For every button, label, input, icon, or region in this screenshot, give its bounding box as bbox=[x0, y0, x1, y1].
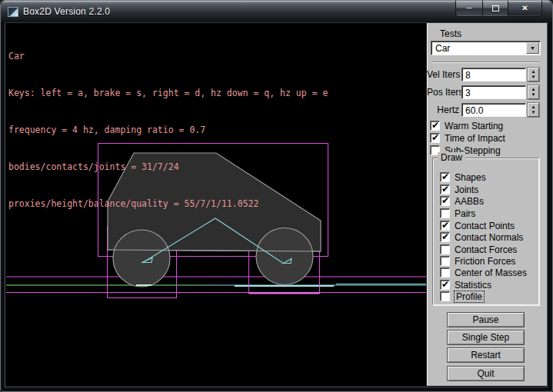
control-panel: Tests Car ▼ Vel Iters 8 ▲ ▼ Pos Iters 3 bbox=[426, 23, 547, 386]
pos-iters-spinner: Pos Iters 3 ▲ ▼ bbox=[427, 85, 548, 99]
checkbox-box[interactable]: ✔ bbox=[440, 280, 450, 290]
spinner-down-icon[interactable]: ▼ bbox=[528, 110, 538, 115]
checkbox-box[interactable] bbox=[440, 244, 450, 254]
pos-iters-label: Pos Iters bbox=[427, 87, 459, 98]
simulation-canvas[interactable]: Car Keys: left = a, brake = s, right = d… bbox=[5, 23, 426, 386]
checkbox-label: Warm Starting bbox=[445, 121, 503, 131]
checkbox-label: Joints bbox=[455, 184, 478, 195]
checkbox-box[interactable]: ✔ bbox=[430, 121, 440, 131]
stats-line-proxies: proxies/height/balance/quality = 55/7/1/… bbox=[8, 198, 328, 210]
maximize-button[interactable] bbox=[483, 1, 508, 17]
checkbox-box[interactable] bbox=[440, 267, 450, 277]
pos-iters-input[interactable]: 3 bbox=[461, 85, 526, 99]
checkbox-box[interactable]: ✔ bbox=[440, 172, 450, 182]
checkbox-label: Pairs bbox=[455, 208, 475, 219]
stats-overlay: Car Keys: left = a, brake = s, right = d… bbox=[8, 25, 328, 234]
checkbox-box[interactable]: ✔ bbox=[440, 184, 450, 194]
checkbox-box[interactable] bbox=[440, 291, 450, 301]
maximize-icon bbox=[492, 5, 499, 12]
vel-iters-input[interactable]: 8 bbox=[461, 68, 526, 81]
spinner-up-icon[interactable]: ▲ bbox=[528, 69, 538, 75]
checkbox-box[interactable] bbox=[440, 208, 450, 218]
app-icon bbox=[8, 7, 18, 17]
check-icon: ✔ bbox=[431, 132, 439, 143]
tests-dropdown-value: Car bbox=[435, 43, 450, 54]
vel-iters-spinner: Vel Iters 8 ▲ ▼ bbox=[427, 68, 548, 81]
chevron-down-icon: ▼ bbox=[530, 45, 535, 51]
checkbox-label: AABBs bbox=[455, 196, 484, 207]
check-icon: ✔ bbox=[441, 184, 449, 194]
stats-line-keys: Keys: left = a, brake = s, right = d, hz… bbox=[8, 87, 328, 99]
client-area: Car Keys: left = a, brake = s, right = d… bbox=[5, 22, 548, 387]
stats-line-title: Car bbox=[8, 50, 328, 62]
left-wheel bbox=[113, 230, 170, 287]
check-icon: ✔ bbox=[431, 120, 439, 131]
single-step-button[interactable]: Single Step bbox=[447, 330, 525, 345]
checkbox-label: Time of Impact bbox=[445, 133, 505, 144]
tests-dropdown[interactable]: Car ▼ bbox=[431, 41, 541, 55]
vel-iters-arrows[interactable]: ▲ ▼ bbox=[528, 68, 539, 81]
close-button[interactable]: ✕ bbox=[508, 1, 542, 17]
checkbox-box[interactable]: ✔ bbox=[440, 196, 450, 206]
hertz-input[interactable]: 60.0 bbox=[461, 103, 526, 117]
checkbox-label: Statistics bbox=[455, 280, 491, 291]
pause-button[interactable]: Pause bbox=[447, 312, 525, 327]
restart-button[interactable]: Restart bbox=[447, 347, 525, 363]
checkbox-box[interactable]: ✔ bbox=[440, 232, 450, 242]
quit-button[interactable]: Quit bbox=[447, 366, 525, 381]
check-icon: ✔ bbox=[441, 220, 449, 231]
check-icon: ✔ bbox=[441, 279, 449, 290]
pos-iters-arrows[interactable]: ▲ ▼ bbox=[528, 85, 539, 99]
spinner-up-icon[interactable]: ▲ bbox=[528, 87, 538, 92]
stats-line-bodies: bodies/contacts/joints = 31/7/24 bbox=[8, 161, 328, 173]
box2d-window: Box2D Version 2.2.0 ─ ✕ bbox=[0, 0, 553, 392]
minimize-button[interactable]: ─ bbox=[455, 1, 483, 17]
hertz-arrows[interactable]: ▲ ▼ bbox=[528, 103, 539, 117]
caption-buttons: ─ ✕ bbox=[455, 1, 542, 18]
check-icon: ✔ bbox=[441, 171, 449, 182]
checkbox-box[interactable]: ✔ bbox=[430, 133, 440, 143]
checkbox-label: Profile bbox=[455, 291, 484, 302]
draw-group-label: Draw bbox=[438, 152, 465, 163]
checkbox-box[interactable] bbox=[440, 256, 450, 266]
checkbox-label: Contact Normals bbox=[455, 232, 523, 243]
check-icon: ✔ bbox=[441, 231, 449, 242]
window-title: Box2D Version 2.2.0 bbox=[23, 6, 110, 17]
checkbox-label: Contact Forces bbox=[455, 244, 517, 255]
spinner-down-icon[interactable]: ▼ bbox=[528, 92, 538, 98]
right-wheel bbox=[256, 228, 313, 285]
spinner-up-icon[interactable]: ▲ bbox=[528, 105, 538, 110]
checkbox-label: Contact Points bbox=[455, 221, 515, 231]
vel-iters-label: Vel Iters bbox=[427, 69, 459, 80]
stats-line-frequency: frequency = 4 hz, damping ratio = 0.7 bbox=[8, 124, 328, 136]
checkbox-box[interactable]: ✔ bbox=[440, 221, 450, 231]
tests-label: Tests bbox=[440, 28, 461, 39]
check-icon: ✔ bbox=[441, 195, 449, 206]
hertz-spinner: Hertz 60.0 ▲ ▼ bbox=[427, 103, 548, 117]
close-icon: ✕ bbox=[521, 5, 528, 12]
checkbox-label: Center of Masses bbox=[455, 267, 527, 278]
spinner-down-icon[interactable]: ▼ bbox=[528, 75, 538, 80]
tests-dropdown-button[interactable]: ▼ bbox=[526, 42, 539, 54]
hertz-label: Hertz bbox=[427, 105, 459, 115]
checkbox-label: Friction Forces bbox=[455, 256, 515, 267]
separator bbox=[432, 61, 539, 63]
checkbox-label: Shapes bbox=[455, 172, 486, 183]
minimize-icon: ─ bbox=[466, 5, 471, 12]
titlebar[interactable]: Box2D Version 2.2.0 ─ ✕ bbox=[1, 1, 552, 22]
